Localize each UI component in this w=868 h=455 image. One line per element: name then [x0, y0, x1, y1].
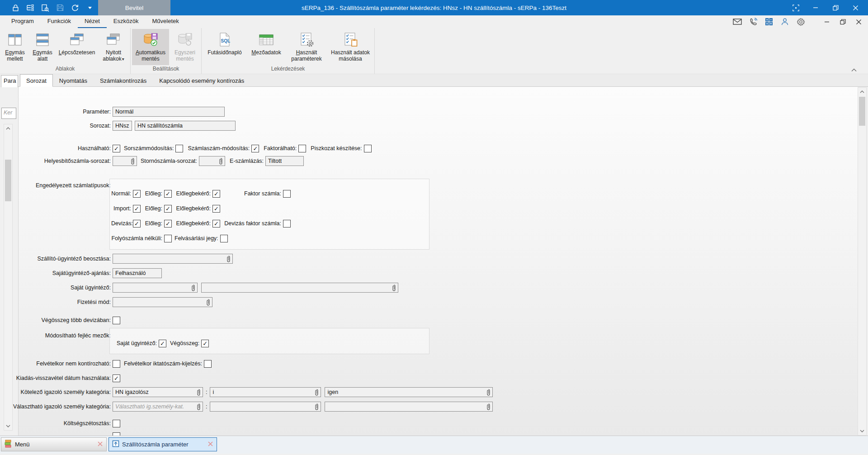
mandatory-verifier-label: Kötelező igazoló személy kategória:: [0, 389, 113, 395]
separator-colon: :: [206, 403, 207, 410]
close-tab-icon[interactable]: [97, 441, 103, 448]
close-tab-icon[interactable]: [208, 441, 213, 448]
supplier-clerk-position-label: Szállító-ügyintéző beosztása:: [0, 256, 113, 262]
registry-number-display-checkbox[interactable]: [204, 360, 212, 368]
elolegbekero-checkbox[interactable]: [212, 190, 220, 198]
own-clerk-editable-label: Saját ügyintéző:: [117, 340, 157, 346]
factorable-checkbox[interactable]: [298, 145, 306, 152]
clipped-next-row: [113, 432, 120, 436]
correction-series-input[interactable]: [113, 156, 137, 166]
task-tab-szallitoszamla-parameter[interactable]: Szállítószámla paraméter: [108, 437, 217, 451]
mandatory-verifier-value-input[interactable]: i: [210, 387, 321, 397]
own-clerk-code-input[interactable]: [113, 283, 198, 293]
no-account-assignment-checkbox[interactable]: [113, 360, 120, 368]
devizas-faktor-szamla-label: Devizás faktor számla:: [222, 220, 281, 227]
optional-verifier-code-input[interactable]: Választható ig.személy-kat.: [113, 402, 203, 412]
paperclip-icon: [197, 403, 201, 410]
cost-allocation-label: Költségszétosztás:: [0, 420, 113, 427]
folyoszamla-nelkuli-label: Folyószámla nélküli:: [111, 235, 162, 242]
storno-series-label: Stornószámla-sorozat:: [141, 158, 197, 164]
paperclip-icon: [219, 158, 223, 165]
devizas-label: Devizás:: [111, 220, 131, 227]
elolegbekero-label: Előlegbekérő:: [174, 220, 211, 227]
payment-method-label: Fizetési mód:: [0, 299, 113, 305]
usable-checkbox[interactable]: [113, 145, 120, 152]
paperclip-icon: [131, 158, 135, 165]
eloleg-checkbox[interactable]: [164, 190, 172, 198]
mandatory-verifier-name-input[interactable]: igen: [325, 387, 493, 397]
paperclip-icon: [191, 284, 195, 291]
issue-return-date-label: Kiadás-visszavétel dátum használata:: [0, 375, 113, 381]
faktor-szamla-label: Faktor számla:: [222, 190, 281, 197]
supplier-clerk-position-input[interactable]: [113, 254, 233, 264]
draft-checkbox[interactable]: [364, 145, 372, 152]
own-clerk-editable-checkbox[interactable]: [159, 340, 166, 347]
registry-number-display-label: Felvételkor iktatószám-kijelzés:: [124, 360, 202, 367]
elolegbekero-checkbox[interactable]: [212, 205, 220, 213]
paperclip-icon: [226, 256, 231, 262]
devizas-checkbox[interactable]: [133, 220, 141, 228]
elolegbekero-label: Előlegbekérő:: [174, 205, 211, 212]
paperclip-icon: [197, 389, 201, 396]
felvasarlasi-jegy-label: Felvásárlási jegy:: [175, 235, 218, 242]
paperclip-icon: [315, 403, 319, 410]
normal-label: Normál:: [111, 190, 131, 197]
optional-verifier-value-input[interactable]: [210, 402, 321, 412]
serial-modify-checkbox[interactable]: [175, 145, 183, 152]
own-clerk-name-input[interactable]: [201, 283, 398, 293]
eloleg-label: Előleg:: [142, 220, 162, 227]
menu-windows-icon: [5, 440, 12, 449]
optional-verifier-label: Választható igazoló személy kategória:: [0, 403, 113, 410]
paperclip-icon: [486, 389, 491, 396]
import-checkbox[interactable]: [133, 205, 141, 213]
separator-colon: :: [206, 389, 207, 395]
issue-return-date-checkbox[interactable]: [113, 374, 120, 382]
elolegbekero-label: Előlegbekérő:: [174, 190, 211, 197]
total-multi-currency-checkbox[interactable]: [113, 317, 120, 324]
parameter-label: Paraméter:: [0, 109, 113, 115]
total-multi-currency-label: Végösszeg több devizában:: [0, 317, 113, 323]
eloleg-checkbox[interactable]: [164, 220, 172, 228]
invoice-number-modify-checkbox[interactable]: [251, 145, 259, 152]
usable-label: Használható:: [0, 145, 113, 152]
series-code-input[interactable]: HNsz: [113, 121, 132, 131]
serial-modify-label: Sorszámmódosítás:: [124, 145, 174, 152]
app-window: Bevitel sERPa_136 - Szállítószámla param…: [0, 0, 868, 455]
factorable-label: Faktorálható:: [264, 145, 297, 152]
faktor-szamla-checkbox[interactable]: [283, 190, 291, 198]
mandatory-verifier-code-input[interactable]: HN igazolósz: [113, 387, 203, 397]
devizas-faktor-szamla-checkbox[interactable]: [283, 220, 291, 228]
series-label: Sorozat:: [0, 123, 113, 129]
paperclip-icon: [392, 284, 396, 291]
draft-label: Piszkozat készítése:: [311, 145, 362, 152]
document-taskbar: Menü Szállítószámla paraméter: [0, 436, 868, 454]
clipped-checkbox: [113, 432, 120, 436]
eloleg-checkbox[interactable]: [164, 205, 172, 213]
own-clerk-suggestion-input[interactable]: Felhasználó: [113, 268, 162, 278]
task-tab-menu[interactable]: Menü: [1, 437, 107, 451]
own-clerk-suggestion-label: Sajátügyintéző-ajánlás:: [0, 270, 113, 276]
import-label: Import:: [111, 205, 131, 212]
payment-method-input[interactable]: [113, 297, 212, 307]
paperclip-icon: [486, 403, 491, 410]
cost-allocation-checkbox[interactable]: [113, 420, 120, 427]
correction-series-label: Helyesbítőszámla-sorozat:: [0, 158, 113, 164]
folyoszamla-nelkuli-checkbox[interactable]: [164, 235, 172, 242]
e-invoicing-label: E-számlázás:: [230, 158, 264, 164]
optional-verifier-name-input[interactable]: [325, 402, 493, 412]
own-clerk-label: Saját ügyintéző:: [0, 284, 113, 291]
sorozat-form: Paraméter: Normál Sorozat: HNsz HN száll…: [0, 0, 868, 455]
series-name-input[interactable]: HN szállítószámla: [135, 121, 236, 131]
eloleg-label: Előleg:: [142, 190, 162, 197]
felvasarlasi-jegy-checkbox[interactable]: [220, 235, 228, 242]
window-up-icon: [112, 440, 119, 449]
total-editable-checkbox[interactable]: [201, 340, 209, 347]
elolegbekero-checkbox[interactable]: [212, 220, 220, 228]
no-account-assignment-label: Felvételkor nem kontírozható:: [0, 360, 113, 367]
storno-series-input[interactable]: [199, 156, 225, 166]
normal-checkbox[interactable]: [133, 190, 141, 198]
paperclip-icon: [315, 389, 319, 396]
total-editable-label: Végösszeg:: [170, 340, 199, 346]
parameter-input[interactable]: Normál: [113, 107, 225, 117]
e-invoicing-input[interactable]: Tiltott: [265, 156, 304, 166]
